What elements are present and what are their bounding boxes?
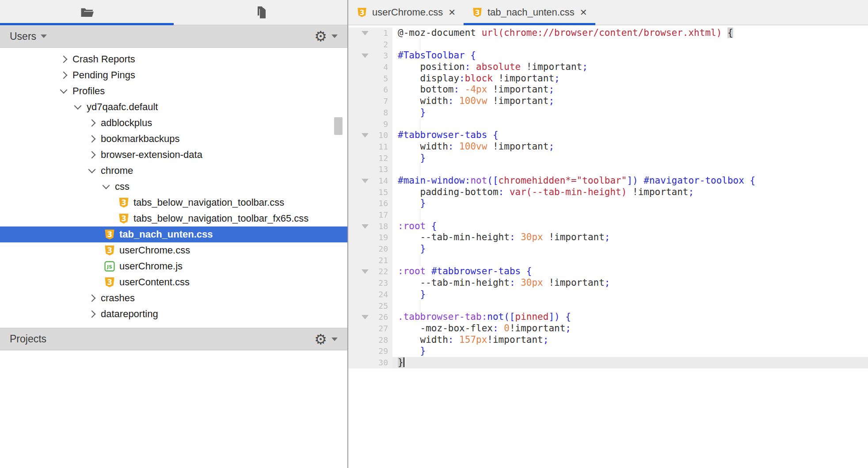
- tree-item-label: css: [115, 181, 129, 192]
- gutter: 4: [348, 61, 392, 73]
- code-line-27: 27 -moz-box-flex: 0!important;: [348, 323, 868, 334]
- tree-item-chrome[interactable]: chrome: [0, 163, 347, 179]
- indent-guide: [420, 209, 420, 221]
- code-line-text: #TabsToolbar {: [392, 50, 868, 61]
- gutter: 19: [348, 232, 392, 243]
- text-cursor: [404, 357, 404, 367]
- gutter: 22: [348, 266, 392, 277]
- code-line-text: width: 157px!important;: [392, 334, 868, 346]
- tree-item-css[interactable]: css: [0, 179, 347, 195]
- fold-toggle-icon[interactable]: [348, 54, 369, 58]
- chevron-collapsed-icon[interactable]: [88, 311, 96, 318]
- svg-text:JS: JS: [107, 264, 112, 270]
- close-icon[interactable]: ✕: [448, 7, 456, 18]
- chevron-expanded-icon[interactable]: [74, 102, 82, 110]
- code-line-text: bottom: -4px !important;: [392, 84, 868, 96]
- svg-text:3: 3: [107, 230, 112, 239]
- line-number: 7: [369, 96, 392, 107]
- tree-item-bookmarkbackups[interactable]: bookmarkbackups: [0, 131, 347, 147]
- gutter: 15: [348, 187, 392, 198]
- chevron-collapsed-icon[interactable]: [60, 56, 68, 63]
- gutter: 16: [348, 198, 392, 209]
- tree-item-tab-nach-unten-css[interactable]: 3tab_nach_unten.css: [0, 226, 347, 242]
- gutter: 7: [348, 96, 392, 107]
- fold-arrow-icon: [362, 269, 369, 274]
- fold-arrow-icon: [362, 133, 369, 138]
- fold-toggle-icon[interactable]: [348, 269, 369, 274]
- tree-item-tabs-below-navigation-toolbar-css[interactable]: 3tabs_below_navigation_toolbar.css: [0, 195, 347, 211]
- chevron-collapsed-icon[interactable]: [88, 295, 96, 302]
- tree-item-crash-reports[interactable]: Crash Reports: [0, 51, 347, 67]
- code-line-20: 20 }: [348, 243, 868, 255]
- projects-section-menu-button[interactable]: ⚙: [314, 332, 338, 346]
- line-number: 25: [369, 300, 392, 312]
- file-tree[interactable]: Crash ReportsPending PingsProfilesyd7qaa…: [0, 48, 347, 323]
- css-file-icon: 3: [118, 212, 130, 225]
- line-number: 29: [369, 345, 392, 357]
- editor-tab-tab-nach-unten-css[interactable]: 3 tab_nach_unten.css ✕: [464, 0, 595, 25]
- code-line-text: #main-window:not([chromehidden*="toolbar…: [392, 175, 868, 187]
- users-section-menu-button[interactable]: ⚙: [314, 29, 338, 43]
- chevron-down-icon: [331, 35, 338, 38]
- code-line-text: display:block !important;: [392, 73, 868, 84]
- line-number: 3: [369, 50, 392, 61]
- code-line-6: 6 bottom: -4px !important;: [348, 84, 868, 96]
- tree-item-tabs-below-navigation-toolbar-fx65-css[interactable]: 3tabs_below_navigation_toolbar_fx65.css: [0, 211, 347, 226]
- gutter: 6: [348, 84, 392, 96]
- code-editor[interactable]: 1@-moz-document url(chrome://browser/con…: [348, 25, 868, 468]
- code-line-text: }: [392, 153, 868, 164]
- tree-item-userchrome-css[interactable]: 3userChrome.css: [0, 242, 347, 258]
- tree-item-browser-extension-data[interactable]: browser-extension-data: [0, 147, 347, 163]
- editor-tab-userchrome-css[interactable]: 3 userChrome.css ✕: [348, 0, 464, 25]
- gutter: 23: [348, 277, 392, 289]
- sidebar-tab-files[interactable]: [174, 0, 347, 25]
- fold-arrow-icon: [362, 54, 369, 58]
- svg-text:3: 3: [107, 246, 112, 255]
- css-file-icon: 3: [103, 244, 116, 257]
- fold-arrow-icon: [362, 224, 369, 229]
- code-line-24: 24 }: [348, 289, 868, 300]
- chevron-collapsed-icon[interactable]: [88, 135, 96, 143]
- chevron-collapsed-icon[interactable]: [88, 151, 96, 159]
- tree-item-usercontent-css[interactable]: 3userContent.css: [0, 274, 347, 290]
- line-number: 28: [369, 334, 392, 346]
- close-icon[interactable]: ✕: [580, 7, 587, 18]
- tree-item-label: browser-extension-data: [101, 149, 202, 161]
- chevron-expanded-icon[interactable]: [60, 86, 68, 94]
- chevron-expanded-icon[interactable]: [103, 182, 110, 189]
- fold-toggle-icon[interactable]: [348, 224, 369, 229]
- fold-toggle-icon[interactable]: [348, 315, 369, 319]
- tree-item-label: Pending Pings: [72, 69, 135, 81]
- fold-toggle-icon[interactable]: [348, 133, 369, 138]
- sidebar-tab-places[interactable]: [0, 0, 174, 25]
- code-line-30: 30}: [348, 357, 868, 368]
- tree-item-datareporting[interactable]: datareporting: [0, 306, 347, 322]
- line-number: 15: [369, 187, 392, 198]
- gutter: 18: [348, 221, 392, 232]
- code-line-text: @-moz-document url(chrome://browser/cont…: [392, 27, 868, 39]
- fold-arrow-icon: [362, 315, 369, 319]
- fold-toggle-icon[interactable]: [348, 31, 369, 35]
- users-section-header[interactable]: Users ⚙: [0, 25, 347, 48]
- chevron-expanded-icon[interactable]: [88, 166, 96, 173]
- code-line-25: 25: [348, 300, 868, 312]
- fold-toggle-icon[interactable]: [348, 179, 369, 183]
- tree-item-profiles[interactable]: Profiles: [0, 83, 347, 99]
- code-line-21: 21: [348, 255, 868, 266]
- code-line-12: 12 }: [348, 153, 868, 164]
- tree-item-userchrome-js[interactable]: JSuserChrome.js: [0, 258, 347, 274]
- projects-section-header[interactable]: Projects ⚙: [0, 328, 347, 350]
- scrollbar-thumb[interactable]: [334, 117, 343, 135]
- code-line-text: position: absolute !important;: [392, 61, 868, 73]
- chevron-collapsed-icon[interactable]: [88, 119, 96, 127]
- line-number: 19: [369, 232, 392, 243]
- tree-item-adblockplus[interactable]: adblockplus: [0, 115, 347, 131]
- tree-item-crashes[interactable]: crashes: [0, 290, 347, 306]
- code-line-text: :root {: [392, 221, 868, 232]
- tree-item-label: bookmarkbackups: [101, 133, 180, 145]
- app-window: { "palette": { "accent": "#1d5cd6", "sel…: [0, 0, 868, 468]
- tree-item-yd7qaafc-default[interactable]: yd7qaafc.default: [0, 99, 347, 115]
- tree-item-pending-pings[interactable]: Pending Pings: [0, 67, 347, 83]
- active-tab-underline: [0, 23, 174, 25]
- chevron-collapsed-icon[interactable]: [60, 72, 68, 79]
